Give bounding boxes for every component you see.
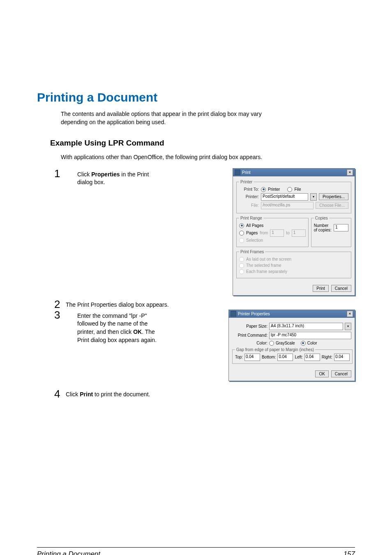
margin-top-input[interactable]: 0.04 [244,354,260,361]
intro-text: The contents and available options that … [61,110,274,126]
from-input: 1 [270,229,284,237]
margin-bottom-input[interactable]: 0.04 [277,354,293,361]
step-number: 2 [54,299,66,310]
margin-group: Gap from edge of paper to Margin (inches… [232,347,353,364]
printer-select[interactable]: PostScript/default [261,193,308,201]
selection-radio [239,238,244,243]
step-1-text: Click Properties in the Print dialog box… [77,168,164,187]
close-icon[interactable]: × [347,311,353,317]
step-number: 3 [54,310,66,320]
choose-file-button: Choose File... [316,202,348,209]
step-number: 1 [54,168,66,179]
print-dialog: Print × Printer Print To: Printer File [233,168,355,296]
section-heading: Example Using LPR Command [50,139,355,148]
cancel-button[interactable]: Cancel [331,370,351,377]
step-2-text: The Print Properties dialog box appears. [66,299,271,308]
pages-radio[interactable] [239,231,244,236]
step-4-text: Click Print to print the document. [66,388,271,398]
window-icon [231,311,236,317]
all-pages-radio[interactable] [239,223,244,228]
file-input: /root/mozilla.ps [261,202,314,209]
print-button[interactable]: Print [313,285,329,292]
printer-properties-dialog: Printer Properties × Paper Size: A4 (8.3… [228,310,355,381]
dialog-title: Printer Properties [238,312,347,316]
close-icon[interactable]: × [347,169,353,176]
copies-group: Copies Number of copies: 1 [311,216,351,247]
dialog-title: Print [242,170,347,175]
color-radio[interactable] [301,341,306,346]
page-title: Printing a Document [37,90,355,104]
step-number: 4 [54,388,66,399]
section-intro: With applications other than OpenOffice,… [61,153,266,162]
margin-left-input[interactable]: 0.04 [304,354,320,361]
copies-input[interactable]: 1 [334,224,348,231]
margin-right-input[interactable]: 0.04 [334,354,350,361]
print-range-group: Print Range All Pages Pages from 1 to [236,216,309,247]
chevron-down-icon[interactable]: ▾ [310,193,317,201]
window-icon [235,169,240,175]
page-number: 157 [344,550,355,555]
footer-title: Printing a Document [37,550,100,555]
to-input: 1 [292,229,306,237]
step-3-text: Enter the command "lpr -P" followed by t… [77,310,164,344]
print-frames-group: Print Frames As laid out on the screen T… [236,250,351,278]
grayscale-radio[interactable] [269,341,274,346]
properties-button[interactable]: Properties... [319,193,348,200]
chevron-down-icon[interactable]: ▾ [345,323,351,330]
ok-button[interactable]: OK [315,370,328,377]
file-radio[interactable] [287,187,292,192]
cancel-button[interactable]: Cancel [331,285,351,292]
printer-radio[interactable] [261,187,266,192]
paper-size-select[interactable]: A4 (8.3x11.7 inch) [269,323,343,330]
print-command-input[interactable]: lpr -P mc7450 [269,332,351,339]
printer-group: Printer Print To: Printer File Printer: … [236,180,351,213]
